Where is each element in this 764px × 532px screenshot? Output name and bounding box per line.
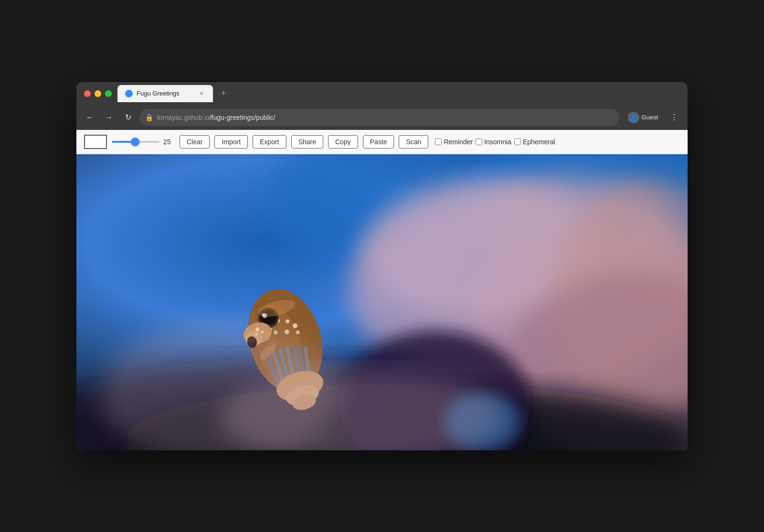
tab-title: Fugu Greetings	[137, 90, 194, 97]
new-tab-button[interactable]: +	[217, 87, 230, 100]
reminder-checkbox[interactable]	[435, 138, 442, 145]
address-bar[interactable]: 🔒 tomayac.github.io/fugu-greetings/publi…	[139, 109, 619, 126]
insomnia-label: Insomnia	[484, 138, 511, 146]
back-button[interactable]: ←	[82, 110, 97, 125]
tab-favicon: 🌐	[125, 90, 133, 97]
fish-canvas	[76, 154, 688, 450]
clear-button[interactable]: Clear	[180, 135, 210, 149]
url-host: tomayac.github.io	[157, 114, 210, 121]
color-picker[interactable]	[84, 135, 107, 149]
browser-window: 🌐 Fugu Greetings × + ← → ↻ 🔒 tomayac.git…	[76, 82, 688, 450]
nav-bar: ← → ↻ 🔒 tomayac.github.io/fugu-greetings…	[76, 105, 688, 130]
canvas-area[interactable]	[76, 154, 688, 450]
paste-button[interactable]: Paste	[363, 135, 394, 149]
active-tab[interactable]: 🌐 Fugu Greetings ×	[117, 85, 213, 102]
traffic-lights	[84, 90, 112, 97]
maximize-button[interactable]	[105, 90, 112, 97]
insomnia-checkbox[interactable]	[476, 138, 482, 145]
url-path: /fugu-greetings/public/	[210, 114, 276, 121]
reminder-label: Reminder	[444, 138, 473, 146]
scan-button[interactable]: Scan	[399, 135, 428, 149]
title-bar: 🌐 Fugu Greetings × +	[76, 82, 688, 105]
size-slider[interactable]	[112, 141, 159, 143]
ephemeral-checkbox-item[interactable]: Ephemeral	[514, 138, 555, 146]
reload-button[interactable]: ↻	[120, 110, 136, 125]
forward-button[interactable]: →	[101, 110, 117, 125]
tab-close-button[interactable]: ×	[198, 90, 205, 97]
import-button[interactable]: Import	[214, 135, 248, 149]
page-content: 25 Clear Import Export Share Copy Paste …	[76, 130, 688, 450]
menu-button[interactable]: ⋮	[667, 110, 682, 125]
export-button[interactable]: Export	[253, 135, 286, 149]
tab-area: 🌐 Fugu Greetings × +	[117, 85, 680, 102]
close-button[interactable]	[84, 90, 91, 97]
reminder-checkbox-item[interactable]: Reminder	[435, 138, 473, 146]
checkbox-group: Reminder Insomnia Ephemeral	[435, 138, 555, 146]
minimize-button[interactable]	[95, 90, 101, 97]
profile-name: Guest	[641, 114, 658, 121]
copy-button[interactable]: Copy	[328, 135, 358, 149]
size-value: 25	[163, 138, 175, 146]
size-slider-container: 25	[112, 138, 175, 146]
share-button[interactable]: Share	[291, 135, 323, 149]
app-toolbar: 25 Clear Import Export Share Copy Paste …	[76, 130, 688, 154]
insomnia-checkbox-item[interactable]: Insomnia	[476, 138, 511, 146]
profile-icon: 👤	[628, 112, 639, 123]
profile-area[interactable]: 👤 Guest	[623, 110, 663, 125]
ephemeral-label: Ephemeral	[523, 138, 555, 146]
lock-icon: 🔒	[145, 114, 153, 121]
ephemeral-checkbox[interactable]	[514, 138, 521, 145]
url-display: tomayac.github.io/fugu-greetings/public/	[157, 114, 276, 121]
